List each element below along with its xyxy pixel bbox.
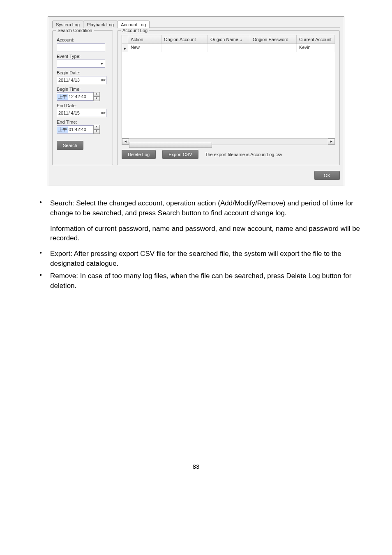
tab-system-log[interactable]: System Log (52, 21, 83, 28)
spin-down-icon[interactable]: ▼ (93, 129, 100, 134)
col-origion-name[interactable]: Origion Name ▲ (208, 35, 250, 44)
horizontal-scrollbar[interactable]: ◄ ► (122, 138, 335, 145)
scroll-left-icon[interactable]: ◄ (122, 138, 129, 145)
begin-date-input[interactable]: 2011/ 4/13 ▦▾ (57, 76, 106, 84)
col-origion-password[interactable]: Origion Password (250, 35, 297, 44)
search-condition-group: Search Condition Account: Event Type: ▼ … (52, 30, 113, 165)
calendar-icon[interactable]: ▦▾ (100, 76, 106, 84)
search-button[interactable]: Search (57, 141, 83, 150)
page-number: 83 (25, 463, 367, 470)
account-input[interactable] (57, 43, 105, 51)
col-origion-account[interactable]: Origion Account (161, 35, 208, 44)
account-log-dialog: System Log Playback Log Account Log Sear… (48, 16, 344, 186)
col-action[interactable]: Action (128, 35, 161, 44)
account-log-group: Account Log Action Origion Account Origi… (117, 30, 340, 165)
tab-bar: System Log Playback Log Account Log (52, 20, 340, 28)
event-type-select[interactable]: ▼ (57, 60, 105, 68)
spin-down-icon[interactable]: ▼ (93, 97, 100, 101)
table-row[interactable]: ▸ New Kevin (122, 44, 335, 52)
tab-playback-log[interactable]: Playback Log (83, 21, 118, 28)
export-filename-note: The export filename is AccountLog.csv (205, 152, 282, 157)
end-time-input[interactable]: 上午 01:42:40 ▲ ▼ (57, 125, 100, 134)
spin-up-icon[interactable]: ▲ (93, 92, 100, 97)
row-selector-icon: ▸ (122, 44, 128, 52)
calendar-icon[interactable]: ▦▾ (100, 109, 106, 117)
begin-time-input[interactable]: 上午 12:42:40 ▲ ▼ (57, 92, 100, 101)
tab-account-log[interactable]: Account Log (117, 21, 150, 28)
end-date-label: End Date: (57, 103, 108, 108)
results-grid[interactable]: Action Origion Account Origion Name ▲ Or… (122, 35, 335, 138)
account-label: Account: (57, 37, 108, 42)
bullet-export: Export: After pressing export CSV file f… (39, 249, 367, 269)
sort-asc-icon: ▲ (240, 38, 243, 42)
begin-date-label: Begin Date: (57, 70, 108, 75)
grid-header: Action Origion Account Origion Name ▲ Or… (122, 35, 335, 44)
begin-time-label: Begin Time: (57, 87, 108, 92)
delete-log-button[interactable]: Delete Log (122, 150, 156, 159)
end-date-input[interactable]: 2011/ 4/15 ▦▾ (57, 109, 106, 117)
chevron-down-icon[interactable]: ▼ (99, 60, 105, 67)
bullet-search: Search: Select the changed account, oper… (39, 198, 367, 218)
group-title: Account Log (121, 28, 149, 33)
export-csv-button[interactable]: Export CSV (162, 150, 198, 159)
col-current-account[interactable]: Current Account (297, 35, 335, 44)
group-title: Search Condition (56, 28, 94, 33)
scroll-thumb[interactable] (129, 142, 212, 148)
bullet-remove: Remove: In case of too many log files, w… (39, 271, 367, 291)
ok-button[interactable]: OK (314, 171, 340, 180)
event-type-label: Event Type: (57, 54, 108, 59)
end-time-label: End Time: (57, 120, 108, 124)
info-paragraph: Information of current password, name an… (50, 224, 367, 244)
scroll-right-icon[interactable]: ► (328, 138, 335, 145)
spin-up-icon[interactable]: ▲ (93, 125, 100, 129)
